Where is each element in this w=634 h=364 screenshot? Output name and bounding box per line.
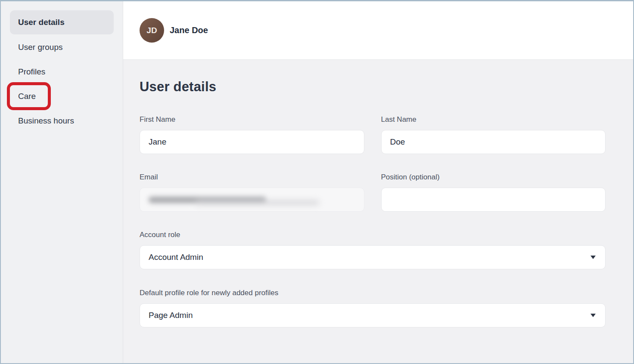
default-profile-role-field-group: Default profile role for newly added pro…	[140, 289, 606, 327]
account-role-field-group: Account role Account Admin	[140, 231, 606, 269]
sidebar-item-label: Business hours	[18, 116, 74, 126]
user-details-panel: User details First Name Last Name Email	[123, 60, 633, 363]
position-label: Position (optional)	[381, 173, 606, 182]
account-role-label: Account role	[140, 231, 606, 239]
first-name-input[interactable]	[140, 130, 364, 154]
sidebar-item-care[interactable]: Care	[10, 84, 114, 108]
account-role-select[interactable]: Account Admin	[140, 245, 606, 269]
sidebar-item-profiles[interactable]: Profiles	[10, 59, 114, 84]
first-name-field-group: First Name	[140, 115, 364, 154]
user-header: JD Jane Doe	[123, 1, 633, 60]
chevron-down-icon	[590, 314, 596, 317]
last-name-input[interactable]	[381, 130, 606, 154]
default-profile-role-label: Default profile role for newly added pro…	[140, 289, 606, 297]
sidebar-item-label: User details	[18, 18, 65, 27]
position-input[interactable]	[381, 188, 606, 212]
sidebar-item-user-groups[interactable]: User groups	[10, 35, 114, 59]
sidebar-item-user-details[interactable]: User details	[10, 10, 114, 34]
last-name-label: Last Name	[381, 115, 606, 124]
email-field	[140, 188, 364, 212]
name-email-grid: First Name Last Name Email Position (opt…	[140, 115, 606, 212]
sidebar-item-label: Profiles	[18, 67, 45, 77]
last-name-field-group: Last Name	[381, 115, 606, 154]
page-title: User details	[140, 79, 606, 95]
chevron-down-icon	[590, 256, 596, 259]
sidebar-item-business-hours[interactable]: Business hours	[10, 108, 114, 133]
position-field-group: Position (optional)	[381, 173, 606, 212]
avatar: JD	[140, 18, 164, 43]
default-profile-role-select[interactable]: Page Admin	[140, 303, 606, 327]
default-profile-role-value: Page Admin	[149, 311, 193, 320]
email-field-group: Email	[140, 173, 364, 212]
account-role-value: Account Admin	[149, 253, 203, 262]
settings-window: User details User groups Profiles Care B…	[0, 0, 634, 364]
sidebar-item-label: Care	[18, 92, 36, 101]
sidebar-item-label: User groups	[18, 43, 63, 52]
avatar-initials: JD	[146, 26, 157, 35]
sidebar: User details User groups Profiles Care B…	[1, 1, 123, 363]
user-name: Jane Doe	[170, 25, 208, 35]
main-column: JD Jane Doe User details First Name Last…	[123, 1, 633, 363]
email-redacted-value	[149, 197, 266, 203]
email-label: Email	[140, 173, 364, 182]
first-name-label: First Name	[140, 115, 364, 124]
